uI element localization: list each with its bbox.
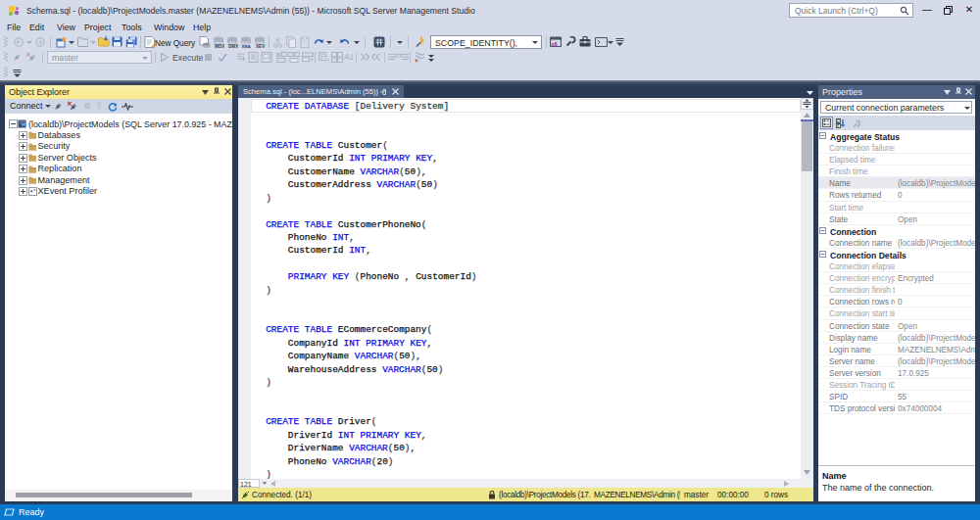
svg-text:MDX: MDX bbox=[215, 44, 224, 49]
svg-text:XEV: XEV bbox=[256, 44, 266, 49]
svg-text:x8: x8 bbox=[552, 41, 558, 47]
svg-text:XMA: XMA bbox=[242, 44, 251, 49]
svg-text:DMX: DMX bbox=[228, 44, 238, 49]
